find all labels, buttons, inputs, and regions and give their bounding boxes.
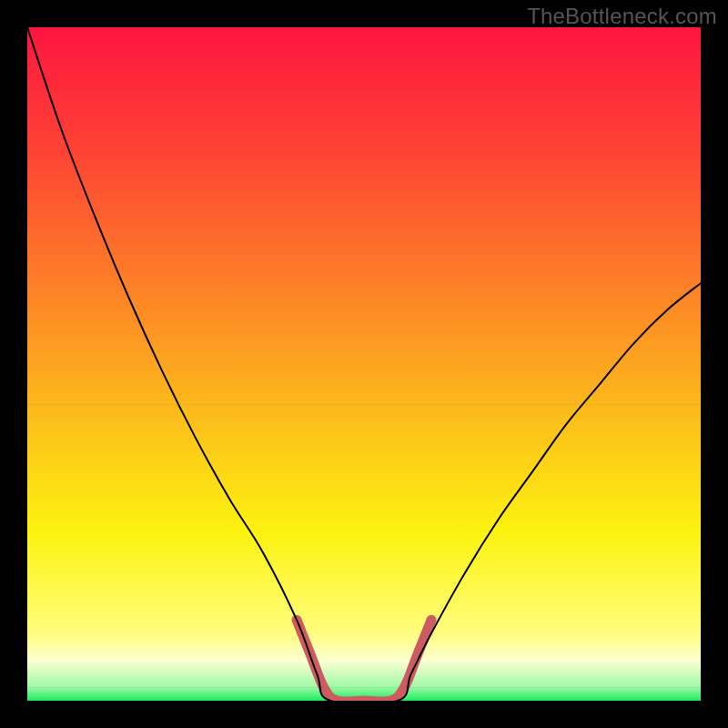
gradient-band — [27, 404, 701, 532]
plot-area — [27, 27, 701, 701]
gradient-band — [27, 661, 701, 688]
chart-stage: TheBottleneck.com — [0, 0, 728, 728]
watermark-text: TheBottleneck.com — [527, 4, 717, 29]
gradient-band — [27, 633, 701, 661]
gradient-band — [27, 156, 701, 278]
bottleneck-curve-chart — [27, 27, 701, 701]
gradient-band — [27, 27, 701, 156]
gradient-band — [27, 532, 701, 634]
